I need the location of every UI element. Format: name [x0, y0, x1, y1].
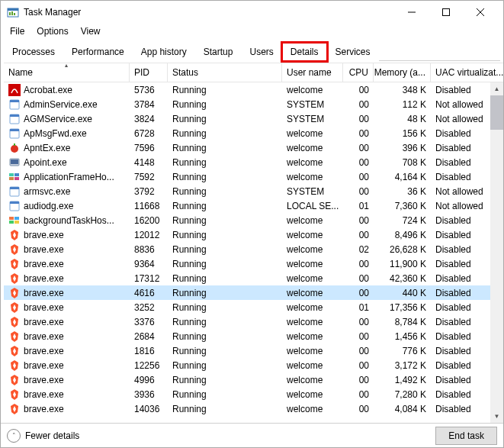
- column-header-pid[interactable]: PID: [130, 63, 168, 82]
- table-row[interactable]: brave.exe17312Runningwelcome0042,360 KDi…: [4, 271, 490, 285]
- cell-status: Running: [168, 111, 282, 126]
- menu-view[interactable]: View: [75, 24, 107, 38]
- table-row[interactable]: ApplicationFrameHo...7592Runningwelcome0…: [4, 169, 490, 184]
- table-row[interactable]: Acrobat.exe5736Runningwelcome00348 KDisa…: [4, 82, 490, 97]
- svg-rect-4: [14, 13, 15, 15]
- minimize-button[interactable]: [394, 2, 429, 23]
- column-header-row: ▴ Name PID Status User name CPU Memory (…: [4, 63, 503, 82]
- process-icon: [8, 330, 21, 343]
- table-row[interactable]: brave.exe4996Runningwelcome001,492 KDisa…: [4, 372, 490, 387]
- table-row[interactable]: backgroundTaskHos...16200Runningwelcome0…: [4, 213, 490, 227]
- cell-memory: 1,456 K: [374, 329, 431, 343]
- column-header-status[interactable]: Status: [168, 63, 282, 82]
- cell-cpu: 00: [343, 343, 374, 358]
- tab-processes[interactable]: Processes: [4, 43, 63, 61]
- cell-status: Running: [168, 227, 282, 242]
- process-icon: [8, 316, 21, 328]
- cell-user: welcome: [282, 256, 343, 271]
- scroll-up-button[interactable]: ▲: [490, 82, 503, 95]
- column-header-cpu[interactable]: CPU: [343, 63, 374, 82]
- process-grid: ▴ Name PID Status User name CPU Memory (…: [4, 63, 503, 423]
- end-task-button[interactable]: End task: [435, 427, 497, 445]
- table-row[interactable]: audiodg.exe11668RunningLOCAL SE...017,36…: [4, 198, 490, 213]
- cell-name: brave.exe: [4, 271, 130, 285]
- tab-services[interactable]: Services: [327, 43, 379, 61]
- cell-user: SYSTEM: [282, 97, 343, 111]
- table-row[interactable]: brave.exe8836Runningwelcome0226,628 KDis…: [4, 242, 490, 256]
- menu-file[interactable]: File: [4, 24, 30, 38]
- scroll-down-button[interactable]: ▼: [490, 410, 503, 423]
- fewer-details-label: Fewer details: [25, 430, 79, 441]
- table-row[interactable]: brave.exe1816Runningwelcome00776 KDisabl…: [4, 343, 490, 358]
- cell-name: brave.exe: [4, 314, 130, 329]
- table-row[interactable]: AGMService.exe3824RunningSYSTEM0048 KNot…: [4, 111, 490, 126]
- table-row[interactable]: brave.exe14036Runningwelcome004,084 KDis…: [4, 401, 490, 416]
- maximize-button[interactable]: [429, 2, 463, 23]
- cell-user: welcome: [282, 401, 343, 416]
- column-header-memory[interactable]: Memory (a...: [374, 63, 431, 82]
- tab-users[interactable]: Users: [241, 43, 281, 61]
- cell-memory: 26,628 K: [374, 242, 431, 256]
- table-row[interactable]: brave.exe3376Runningwelcome008,784 KDisa…: [4, 314, 490, 329]
- cell-uac: Disabled: [431, 227, 490, 242]
- process-name-label: ApplicationFrameHo...: [24, 172, 114, 182]
- cell-uac: Disabled: [431, 358, 490, 372]
- scroll-track[interactable]: [490, 95, 503, 410]
- process-icon: [8, 229, 21, 241]
- table-row[interactable]: ApMsgFwd.exe6728Runningwelcome00156 KDis…: [4, 126, 490, 140]
- tab-app-history[interactable]: App history: [133, 43, 195, 61]
- process-name-label: brave.exe: [24, 259, 64, 269]
- table-row[interactable]: brave.exe12012Runningwelcome008,496 KDis…: [4, 227, 490, 242]
- process-icon: [8, 258, 21, 270]
- cell-status: Running: [168, 169, 282, 184]
- menu-options[interactable]: Options: [30, 24, 74, 38]
- table-row[interactable]: AdminService.exe3784RunningSYSTEM00112 K…: [4, 97, 490, 111]
- table-row[interactable]: brave.exe9364Runningwelcome0011,900 KDis…: [4, 256, 490, 271]
- cell-status: Running: [168, 82, 282, 97]
- cell-uac: Disabled: [431, 213, 490, 227]
- svg-rect-27: [10, 201, 19, 204]
- cell-status: Running: [168, 140, 282, 155]
- cell-memory: 112 K: [374, 97, 431, 111]
- tab-performance[interactable]: Performance: [63, 43, 133, 61]
- cell-status: Running: [168, 372, 282, 387]
- cell-uac: Not allowed: [431, 198, 490, 213]
- process-name-label: brave.exe: [24, 404, 64, 414]
- tab-startup[interactable]: Startup: [195, 43, 242, 61]
- cell-name: brave.exe: [4, 329, 130, 343]
- table-row[interactable]: brave.exe12256Runningwelcome003,172 KDis…: [4, 358, 490, 372]
- cell-cpu: 00: [343, 184, 374, 198]
- cell-pid: 17312: [130, 271, 168, 285]
- process-name-label: ApntEx.exe: [24, 143, 70, 153]
- cell-memory: 42,360 K: [374, 271, 431, 285]
- table-row[interactable]: Apoint.exe4148Runningwelcome00708 KDisab…: [4, 155, 490, 169]
- table-row[interactable]: ApntEx.exe7596Runningwelcome00396 KDisab…: [4, 140, 490, 155]
- cell-memory: 17,356 K: [374, 300, 431, 314]
- cell-user: welcome: [282, 314, 343, 329]
- close-button[interactable]: [463, 2, 497, 23]
- process-name-label: Acrobat.exe: [24, 85, 72, 95]
- table-row[interactable]: brave.exe3936Runningwelcome007,280 KDisa…: [4, 387, 490, 401]
- cell-cpu: 00: [343, 213, 374, 227]
- cell-name: Apoint.exe: [4, 155, 130, 169]
- column-header-name[interactable]: ▴ Name: [4, 63, 130, 82]
- vertical-scrollbar[interactable]: ▲ ▼: [490, 82, 503, 423]
- process-icon: [8, 243, 21, 256]
- process-name-label: brave.exe: [24, 317, 64, 327]
- process-name-label: brave.exe: [24, 244, 64, 255]
- svg-rect-2: [9, 12, 11, 15]
- table-row[interactable]: brave.exe3252Runningwelcome0117,356 KDis…: [4, 300, 490, 314]
- process-name-label: brave.exe: [24, 302, 64, 313]
- tab-details[interactable]: Details: [282, 43, 327, 61]
- column-header-uac[interactable]: UAC virtualizat...: [431, 63, 503, 82]
- scroll-thumb[interactable]: [490, 95, 503, 130]
- fewer-details-button[interactable]: ˄ Fewer details: [7, 429, 79, 443]
- chevron-up-icon: ˄: [7, 429, 21, 443]
- table-row[interactable]: brave.exe4616Runningwelcome00440 KDisabl…: [4, 285, 490, 300]
- process-name-label: Apoint.exe: [24, 157, 67, 168]
- table-row[interactable]: armsvc.exe3792RunningSYSTEM0036 KNot all…: [4, 184, 490, 198]
- column-header-user[interactable]: User name: [282, 63, 343, 82]
- cell-uac: Disabled: [431, 256, 490, 271]
- svg-rect-6: [442, 9, 449, 16]
- table-row[interactable]: brave.exe2684Runningwelcome001,456 KDisa…: [4, 329, 490, 343]
